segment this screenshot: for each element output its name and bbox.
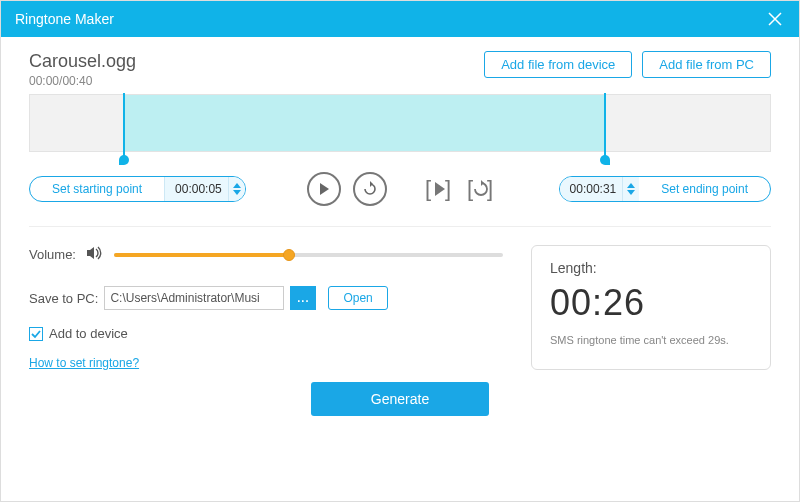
title-bar: Ringtone Maker [1,1,799,37]
start-time-spinner[interactable] [229,177,245,201]
save-to-pc-label: Save to PC: [29,291,98,306]
waveform-pad-right [604,95,771,151]
set-starting-point-button[interactable]: Set starting point [30,182,164,196]
start-point-control: Set starting point 00:00:05 [29,176,246,202]
svg-text:]: ] [487,176,493,201]
start-time-value[interactable]: 00:00:05 [164,177,229,201]
speaker-icon [86,245,104,264]
window-title: Ringtone Maker [15,11,765,27]
save-path-input[interactable] [104,286,284,310]
replay-button[interactable] [353,172,387,206]
length-card: Length: 00:26 SMS ringtone time can't ex… [531,245,771,370]
length-label: Length: [550,260,752,276]
how-to-set-ringtone-link[interactable]: How to set ringtone? [29,356,139,370]
browse-button[interactable]: ... [290,286,316,310]
play-selection-button[interactable]: [] [425,174,455,204]
volume-label: Volume: [29,247,76,262]
add-file-from-device-button[interactable]: Add file from device [484,51,632,78]
open-button[interactable]: Open [328,286,387,310]
file-name: Carousel.ogg [29,51,474,72]
generate-button[interactable]: Generate [311,382,489,416]
svg-text:[: [ [467,176,473,201]
length-value: 00:26 [550,282,752,324]
volume-slider[interactable] [114,253,503,257]
end-point-control: 00:00:31 Set ending point [559,176,771,202]
waveform-pad-left [30,95,123,151]
svg-text:[: [ [425,176,431,201]
waveform[interactable] [29,94,771,152]
length-note: SMS ringtone time can't exceed 29s. [550,334,752,346]
add-to-device-label: Add to device [49,326,128,341]
play-button[interactable] [307,172,341,206]
end-time-value[interactable]: 00:00:31 [560,177,624,201]
add-to-device-checkbox[interactable] [29,327,43,341]
close-icon[interactable] [765,9,785,29]
loop-selection-button[interactable]: [] [467,174,497,204]
end-marker[interactable] [604,93,606,163]
end-time-spinner[interactable] [623,177,639,201]
set-ending-point-button[interactable]: Set ending point [639,182,770,196]
waveform-selection [123,95,604,151]
volume-thumb[interactable] [283,249,295,261]
divider [29,226,771,227]
file-info: Carousel.ogg 00:00/00:40 [29,51,474,88]
file-time: 00:00/00:40 [29,74,474,88]
add-file-from-pc-button[interactable]: Add file from PC [642,51,771,78]
start-marker[interactable] [123,93,125,163]
svg-text:]: ] [445,176,451,201]
